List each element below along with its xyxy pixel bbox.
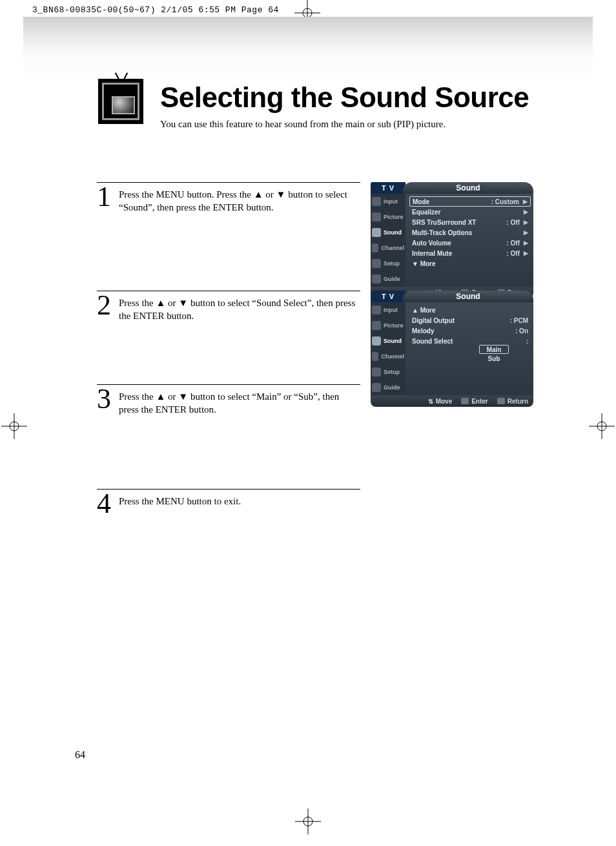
osd-screenshot-2: T V Sound Input Picture Sound Channel Se… bbox=[371, 291, 533, 407]
sound-icon bbox=[372, 228, 381, 237]
page-number: 64 bbox=[75, 749, 85, 761]
input-icon bbox=[372, 197, 381, 206]
step-2: 2 Press the ▲ or ▼ button to select “Sou… bbox=[97, 291, 360, 323]
nav-label: Input bbox=[384, 307, 398, 313]
hint-move: ⇅Move bbox=[428, 398, 453, 405]
step-text: Press the MENU button to exit. bbox=[119, 493, 360, 518]
menu-item-name: Auto Volume bbox=[412, 240, 451, 247]
chevron-right-icon: ▶ bbox=[524, 229, 528, 236]
osd-left-nav: Input Picture Sound Channel Setup Guide bbox=[371, 302, 406, 395]
chevron-right-icon: ▶ bbox=[524, 240, 528, 246]
menu-item-mode: Mode : Custom▶ bbox=[409, 196, 531, 207]
setup-icon bbox=[372, 367, 381, 377]
menu-item-name: Digital Output bbox=[412, 317, 455, 324]
channel-icon bbox=[372, 352, 378, 361]
menu-item-name: Multi-Track Options bbox=[412, 229, 472, 236]
step-3: 3 Press the ▲ or ▼ button to select “Mai… bbox=[97, 384, 360, 417]
nav-sound: Sound bbox=[371, 225, 406, 240]
nav-label: Guide bbox=[384, 276, 400, 282]
menu-item-name: Internal Mute bbox=[412, 250, 452, 257]
nav-label: Sound bbox=[384, 229, 402, 236]
osd-menu-panel: Mode : Custom▶ Equalizer ▶ SRS TruSurrou… bbox=[406, 194, 533, 287]
hint-label: Enter bbox=[471, 398, 488, 405]
step-text: Press the MENU button. Press the ▲ or ▼ … bbox=[119, 187, 360, 214]
nav-channel: Channel bbox=[371, 349, 406, 364]
print-slug-line: 3_BN68-00835C-00(50~67) 2/1/05 6:55 PM P… bbox=[32, 5, 279, 15]
menu-item-multitrack: Multi-Track Options ▶ bbox=[409, 227, 531, 238]
nav-label: Setup bbox=[384, 260, 400, 267]
nav-picture: Picture bbox=[371, 209, 406, 225]
step-text: Press the ▲ or ▼ button to select “Sound… bbox=[119, 295, 360, 323]
updown-icon: ⇅ bbox=[428, 398, 433, 405]
nav-label: Channel bbox=[381, 245, 404, 251]
chevron-right-icon: ▶ bbox=[523, 198, 528, 205]
nav-input: Input bbox=[371, 302, 406, 318]
chevron-right-icon: ▶ bbox=[524, 250, 528, 256]
menu-item-equalizer: Equalizer ▶ bbox=[409, 207, 531, 217]
sound-select-submenu: Main Sub bbox=[479, 345, 531, 363]
page-subtitle: You can use this feature to hear sound f… bbox=[160, 119, 446, 130]
menu-item-name: Sound Select bbox=[412, 338, 453, 345]
page-title: Selecting the Sound Source bbox=[160, 81, 529, 114]
menu-item-value: : Custom bbox=[491, 198, 519, 205]
nav-label: Picture bbox=[384, 322, 404, 329]
step-4: 4 Press the MENU button to exit. bbox=[97, 489, 360, 518]
menu-item-value: : Off bbox=[506, 219, 520, 226]
menu-item-name: SRS TruSurround XT bbox=[412, 219, 476, 226]
input-icon bbox=[372, 305, 381, 315]
picture-icon bbox=[372, 212, 381, 222]
osd-title: Sound bbox=[403, 291, 533, 302]
menu-item-name: Melody bbox=[412, 327, 434, 335]
menu-item-digitaloutput: Digital Output : PCM bbox=[409, 315, 531, 325]
bottom-registration-mark-icon bbox=[295, 809, 321, 837]
menu-item-name: Equalizer bbox=[412, 209, 440, 216]
hint-label: Move bbox=[436, 398, 453, 405]
guide-icon bbox=[372, 383, 381, 392]
nav-guide: Guide bbox=[371, 271, 406, 287]
menu-item-value: : On bbox=[515, 327, 528, 335]
steps-column: 1 Press the MENU button. Press the ▲ or … bbox=[97, 182, 360, 518]
menu-item-name: ▼ More bbox=[412, 260, 436, 267]
menu-item-value: : PCM bbox=[510, 317, 528, 324]
chevron-right-icon: ▶ bbox=[524, 219, 528, 225]
menu-item-more-up: ▲ More bbox=[409, 305, 531, 315]
return-icon bbox=[497, 398, 505, 404]
menu-item-name: Mode bbox=[413, 198, 429, 205]
osd-hint-bar: ⇅Move Enter Return bbox=[371, 395, 533, 407]
step-number: 2 bbox=[97, 291, 119, 323]
header-chrome-band bbox=[23, 17, 593, 81]
menu-item-internalmute: Internal Mute : Off▶ bbox=[409, 248, 531, 258]
submenu-option-main: Main bbox=[479, 345, 509, 354]
guide-icon bbox=[372, 274, 381, 284]
submenu-option-sub: Sub bbox=[479, 354, 509, 363]
nav-input: Input bbox=[371, 194, 406, 209]
nav-label: Channel bbox=[381, 353, 404, 360]
nav-guide: Guide bbox=[371, 380, 406, 395]
osd-tv-tab: T V bbox=[371, 291, 406, 302]
right-registration-mark-icon bbox=[589, 413, 615, 442]
nav-setup: Setup bbox=[371, 256, 406, 271]
menu-item-more: ▼ More bbox=[409, 258, 531, 269]
step-number: 1 bbox=[97, 183, 119, 214]
osd-tv-tab: T V bbox=[371, 182, 406, 194]
nav-sound: Sound bbox=[371, 333, 406, 349]
step-number: 4 bbox=[97, 490, 119, 518]
menu-item-value: : bbox=[526, 338, 528, 345]
osd-left-nav: Input Picture Sound Channel Setup Guide bbox=[371, 194, 406, 287]
left-registration-mark-icon bbox=[1, 413, 27, 442]
menu-item-name: ▲ More bbox=[412, 307, 436, 314]
step-1: 1 Press the MENU button. Press the ▲ or … bbox=[97, 182, 360, 214]
nav-setup: Setup bbox=[371, 364, 406, 380]
nav-label: Picture bbox=[384, 214, 404, 220]
step-text: Press the ▲ or ▼ button to select “Main”… bbox=[119, 389, 360, 417]
sound-icon bbox=[372, 336, 381, 346]
nav-label: Sound bbox=[384, 338, 402, 344]
menu-item-value: : Off bbox=[506, 240, 520, 247]
hint-return: Return bbox=[497, 398, 528, 405]
hint-label: Return bbox=[508, 398, 528, 405]
nav-label: Guide bbox=[384, 384, 400, 391]
nav-picture: Picture bbox=[371, 318, 406, 333]
osd-menu-panel: ▲ More Digital Output : PCM Melody : On … bbox=[406, 302, 533, 395]
nav-label: Input bbox=[384, 198, 398, 205]
menu-item-value: : Off bbox=[506, 250, 520, 257]
